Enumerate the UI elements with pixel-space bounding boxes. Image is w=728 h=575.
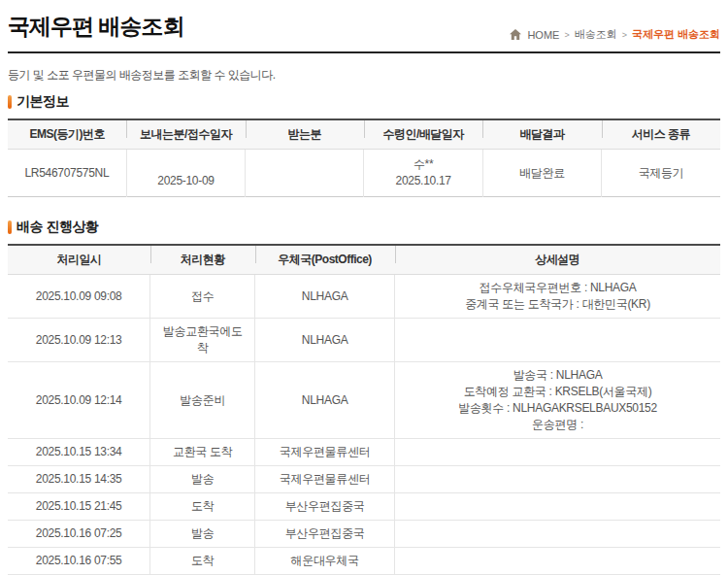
post-office-cell: 국제우편물류센터: [255, 466, 395, 493]
col-ems-number: EMS(등기)번호: [8, 119, 126, 150]
progress-table: 처리일시 처리현황 우체국(PostOffice) 상세설명 2025.10.0…: [8, 244, 720, 575]
section-title-basic-info-label: 기본정보: [17, 93, 69, 111]
detail-cell: 접수우체국우편번호 : NLHAGA중계국 또는 도착국가 : 대한민국(KR): [395, 275, 720, 319]
progress-row: 2025.10.15 21:45도착부산우편집중국: [8, 493, 720, 521]
process-datetime-cell: 2025.10.09 12:13: [8, 319, 150, 362]
progress-row: 2025.10.16 07:55도착해운대우체국: [8, 548, 720, 575]
detail-cell: [395, 493, 720, 521]
detail-cell: [395, 319, 720, 362]
recipient-delivery-date-cell: 수** 2025.10.17: [364, 150, 482, 197]
detail-line: 중계국 또는 도착국가 : 대한민국(KR): [403, 296, 712, 313]
col-process-datetime: 처리일시: [8, 245, 150, 275]
process-datetime-cell: 2025.10.15 13:34: [8, 439, 150, 466]
post-office-cell: NLHAGA: [255, 362, 395, 439]
detail-cell: [395, 466, 720, 493]
process-datetime-cell: 2025.10.16 07:55: [8, 548, 150, 575]
section-bar-icon: [8, 95, 12, 109]
process-datetime-cell: 2025.10.16 07:25: [8, 521, 150, 548]
sender-date-cell: 2025-10-09: [126, 150, 245, 197]
detail-cell: [395, 521, 720, 548]
recipient-name: 수**: [372, 156, 474, 173]
process-datetime-cell: 2025.10.09 09:08: [8, 275, 150, 319]
col-detail: 상세설명: [395, 245, 720, 275]
process-status-cell: 접수: [150, 275, 255, 319]
progress-row: 2025.10.09 12:13발송교환국에도착NLHAGA: [8, 319, 720, 362]
receiver-cell: [246, 150, 364, 197]
section-bar-icon: [8, 220, 12, 234]
home-icon: [510, 29, 521, 40]
progress-row: 2025.10.15 13:34교환국 도착국제우편물류센터: [8, 439, 720, 466]
detail-cell: 발송국 : NLHAGA도착예정 교환국 : KRSELB(서울국제)발송횟수 …: [395, 362, 720, 439]
basic-info-header-row: EMS(등기)번호 보내는분/접수일자 받는분 수령인/배달일자 배달결과 서비…: [8, 119, 720, 150]
sender-name: [135, 156, 237, 173]
breadcrumb: HOME > 배송조회 > 국제우편 배송조회: [510, 27, 720, 42]
page: 국제우편 배송조회 HOME > 배송조회 > 국제우편 배송조회 등기 및 소…: [0, 0, 728, 575]
process-status-cell: 도착: [150, 548, 255, 575]
col-service-type: 서비스 종류: [602, 119, 720, 150]
page-description: 등기 및 소포 우편물의 배송정보를 조회할 수 있습니다.: [8, 67, 720, 84]
section-title-progress: 배송 진행상황: [8, 219, 720, 236]
process-datetime-cell: 2025.10.15 21:45: [8, 493, 150, 521]
delivery-result-cell: 배달완료: [482, 150, 601, 197]
post-office-cell: NLHAGA: [255, 275, 395, 319]
progress-row: 2025.10.16 07:25발송부산우편집중국: [8, 521, 720, 548]
basic-info-row: LR546707575NL 2025-10-09 수** 2025.10.17 …: [8, 150, 720, 197]
breadcrumb-home[interactable]: HOME: [527, 29, 559, 41]
basic-info-table: EMS(등기)번호 보내는분/접수일자 받는분 수령인/배달일자 배달결과 서비…: [8, 118, 720, 197]
post-office-cell: 부산우편집중국: [255, 493, 395, 521]
col-delivery-result: 배달결과: [482, 119, 601, 150]
progress-row: 2025.10.09 12:14발송준비NLHAGA발송국 : NLHAGA도착…: [8, 362, 720, 439]
post-office-cell: 국제우편물류센터: [255, 439, 395, 466]
process-status-cell: 발송준비: [150, 362, 255, 439]
col-sender-date: 보내는분/접수일자: [126, 119, 245, 150]
section-title-basic-info: 기본정보: [8, 93, 720, 111]
post-office-cell: 부산우편집중국: [255, 521, 395, 548]
col-recipient-delivery-date: 수령인/배달일자: [364, 119, 482, 150]
ems-number-cell: LR546707575NL: [8, 150, 126, 197]
detail-line: 발송횟수 : NLHAGAKRSELBAUX50152: [403, 400, 712, 417]
progress-row: 2025.10.09 09:08접수NLHAGA접수우체국우편번호 : NLHA…: [8, 275, 720, 319]
detail-line: 운송편명 :: [403, 417, 712, 433]
progress-header-row: 처리일시 처리현황 우체국(PostOffice) 상세설명: [8, 245, 720, 275]
delivery-date: 2025.10.17: [372, 173, 474, 189]
breadcrumb-separator: >: [564, 30, 569, 40]
page-header: 국제우편 배송조회 HOME > 배송조회 > 국제우편 배송조회: [8, 8, 720, 42]
col-post-office: 우체국(PostOffice): [255, 245, 395, 275]
col-receiver: 받는분: [246, 119, 364, 150]
page-title: 국제우편 배송조회: [8, 12, 183, 42]
col-process-status: 처리현황: [150, 245, 255, 275]
section-title-progress-label: 배송 진행상황: [17, 219, 98, 236]
detail-line: 접수우체국우편번호 : NLHAGA: [403, 280, 712, 296]
breadcrumb-current: 국제우편 배송조회: [632, 27, 720, 42]
process-datetime-cell: 2025.10.15 14:35: [8, 466, 150, 493]
process-status-cell: 발송교환국에도착: [150, 319, 255, 362]
detail-cell: [395, 548, 720, 575]
process-status-cell: 도착: [150, 493, 255, 521]
process-datetime-cell: 2025.10.09 12:14: [8, 362, 150, 439]
post-office-cell: NLHAGA: [255, 319, 395, 362]
detail-cell: [395, 439, 720, 466]
process-status-cell: 발송: [150, 466, 255, 493]
sender-date: 2025-10-09: [135, 173, 237, 189]
detail-line: 발송국 : NLHAGA: [403, 367, 712, 384]
process-status-cell: 교환국 도착: [150, 439, 255, 466]
breadcrumb-separator: >: [622, 30, 627, 40]
process-status-cell: 발송: [150, 521, 255, 548]
post-office-cell: 해운대우체국: [255, 548, 395, 575]
breadcrumb-delivery-tracking[interactable]: 배송조회: [575, 27, 617, 42]
detail-line: 도착예정 교환국 : KRSELB(서울국제): [403, 384, 712, 400]
service-type-cell: 국제등기: [602, 150, 720, 197]
progress-row: 2025.10.15 14:35발송국제우편물류센터: [8, 466, 720, 493]
title-divider: [8, 51, 720, 53]
